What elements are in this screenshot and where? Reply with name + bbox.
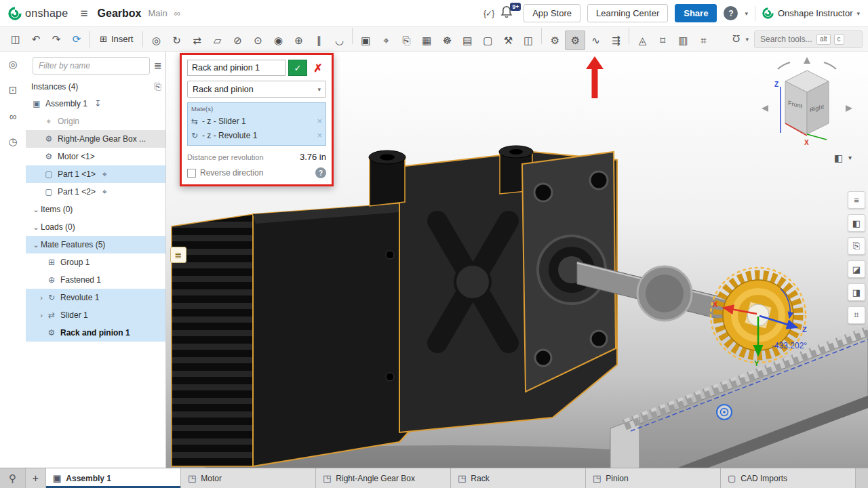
mates-selection-box[interactable]: Mate(s) ⇆ - z - Slider 1 × ↻ - z - Revol… bbox=[187, 102, 326, 146]
onshape-logo[interactable]: onshape bbox=[8, 7, 68, 20]
revolute-mate-icon[interactable]: ↻ bbox=[166, 30, 186, 50]
measure-icon[interactable]: ⌗ bbox=[848, 306, 865, 324]
document-menu-icon[interactable]: ≡ bbox=[81, 6, 88, 21]
tab-motor[interactable]: ◳Motor bbox=[181, 468, 316, 488]
exploded-view-icon[interactable]: ◬ bbox=[632, 30, 652, 50]
mate-item-revolute[interactable]: ↻ - z - Revolute 1 × bbox=[191, 128, 322, 142]
view-settings-icon[interactable]: ◧ bbox=[848, 214, 865, 232]
workspace-name[interactable]: Main bbox=[149, 8, 167, 18]
mate-connector-icon[interactable]: ⌖ bbox=[376, 30, 396, 50]
help-caret-icon[interactable]: ▾ bbox=[745, 10, 748, 17]
panels-icon[interactable]: ◫ bbox=[5, 29, 26, 49]
in-context-icon[interactable]: ▢ bbox=[477, 30, 498, 50]
tree-row-rack-and-pinion-1[interactable]: ⚙ Rack and pinion 1 bbox=[26, 324, 165, 342]
tab-rack[interactable]: ◳Rack bbox=[451, 468, 586, 488]
cancel-button[interactable]: ✗ bbox=[310, 60, 326, 76]
tangent-mate-icon[interactable]: ◡ bbox=[329, 30, 349, 50]
linked-documents-icon[interactable]: ∞ bbox=[4, 107, 22, 125]
remove-mate-icon[interactable]: × bbox=[317, 130, 322, 140]
orbit-left-arrow[interactable] bbox=[762, 105, 768, 112]
circular-pattern-icon[interactable]: ☸ bbox=[437, 30, 457, 50]
appearance-icon[interactable]: ◨ bbox=[848, 283, 865, 301]
motor-part[interactable] bbox=[172, 203, 414, 466]
orbit-up-arrow[interactable] bbox=[804, 57, 810, 64]
display-states-icon[interactable]: ◫ bbox=[518, 30, 538, 50]
rack-and-pinion-relation-icon[interactable]: ⚙ bbox=[565, 30, 585, 50]
tree-row-origin[interactable]: ⌖ Origin bbox=[26, 113, 165, 130]
snap-mode-icon[interactable]: Ω bbox=[732, 33, 740, 45]
gear-relation-icon[interactable]: ⚙ bbox=[545, 30, 565, 50]
tab-cad-imports[interactable]: ▢CAD Imports bbox=[721, 468, 856, 488]
tree-row-motor[interactable]: ⚙ Motor <1> bbox=[26, 148, 165, 165]
standard-content-icon[interactable]: ▤ bbox=[457, 30, 477, 50]
instances-section-header[interactable]: Instances (4) ⎘ bbox=[26, 79, 165, 95]
tree-row-assembly-1[interactable]: ▣ Assembly 1 ↧ bbox=[26, 95, 165, 113]
remove-mate-icon[interactable]: × bbox=[317, 116, 322, 126]
rack-part[interactable] bbox=[610, 327, 868, 468]
bom-icon[interactable]: ▥ bbox=[673, 30, 693, 50]
accept-button[interactable]: ✓ bbox=[288, 60, 307, 76]
search-tools-box[interactable]: alt c bbox=[754, 30, 863, 48]
cylindrical-mate-icon[interactable]: ⊘ bbox=[227, 30, 248, 50]
fastened-mate-icon[interactable]: ⊕ bbox=[288, 30, 309, 50]
section-view-icon[interactable]: ◪ bbox=[848, 260, 865, 278]
mate-item-slider[interactable]: ⇆ - z - Slider 1 × bbox=[191, 114, 322, 128]
versions-history-icon[interactable]: ◷ bbox=[4, 133, 22, 150]
mate-features-section-header[interactable]: ⌄ Mate Features (5) bbox=[26, 236, 165, 253]
tab-pinion[interactable]: ◳Pinion bbox=[586, 468, 721, 488]
copy-view-icon[interactable]: ⎘ bbox=[848, 237, 865, 255]
parallel-mate-icon[interactable]: ∥ bbox=[309, 30, 329, 50]
tree-row-part-1-1[interactable]: ▢ Part 1 <1> ⌖ bbox=[26, 165, 165, 183]
undo-icon[interactable]: ↶ bbox=[26, 29, 46, 49]
browser-panel-icon[interactable]: ≡ bbox=[848, 191, 865, 209]
mate-icon[interactable]: ◎ bbox=[146, 30, 166, 50]
comments-icon[interactable]: ⊡ bbox=[4, 81, 22, 99]
insert-button[interactable]: ⊞ Insert bbox=[93, 29, 140, 49]
loads-section-header[interactable]: ⌄ Loads (0) bbox=[26, 218, 165, 236]
insert-instances-icon[interactable]: ⎘ bbox=[155, 81, 161, 92]
tree-row-group-1[interactable]: ⊞ Group 1 bbox=[26, 253, 165, 271]
orbit-roll-right[interactable] bbox=[824, 62, 836, 69]
new-tab-button[interactable]: + bbox=[26, 468, 46, 488]
mate-name-input[interactable] bbox=[187, 60, 285, 76]
slider-mate-marker[interactable] bbox=[717, 405, 732, 420]
orbit-right-arrow[interactable] bbox=[846, 105, 852, 112]
share-button[interactable]: Share bbox=[675, 4, 717, 22]
dialog-help-icon[interactable]: ? bbox=[315, 167, 326, 178]
tree-row-part-1-2[interactable]: ▢ Part 1 <2> ⌖ bbox=[26, 183, 165, 201]
search-tools-input[interactable] bbox=[760, 35, 813, 44]
slider-mate-icon[interactable]: ⇄ bbox=[186, 30, 207, 50]
app-store-button[interactable]: App Store bbox=[524, 4, 580, 22]
items-section-header[interactable]: ⌄ Items (0) bbox=[26, 201, 165, 218]
replicate-icon[interactable]: ⎘ bbox=[396, 30, 416, 50]
tab-assembly-1[interactable]: ▣Assembly 1 bbox=[46, 468, 181, 488]
assembly-tree-flyout-icon[interactable]: ≣ bbox=[170, 247, 186, 263]
tab-right-angle-gear-box[interactable]: ◳Right-Angle Gear Box bbox=[316, 468, 451, 488]
linear-pattern-icon[interactable]: ▦ bbox=[416, 30, 437, 50]
view-cube-menu-caret-icon[interactable]: ▾ bbox=[848, 154, 852, 161]
interference-icon[interactable]: ⌗ bbox=[693, 30, 713, 50]
pin-slot-mate-icon[interactable]: ⊙ bbox=[248, 30, 268, 50]
account-menu[interactable]: Onshape Instructor ▾ bbox=[762, 7, 860, 19]
follow-collaborate-icon[interactable]: ◎ bbox=[4, 56, 22, 73]
help-icon[interactable]: ? bbox=[724, 6, 738, 20]
redo-icon[interactable]: ↷ bbox=[46, 29, 66, 49]
view-cube[interactable]: Front Right Z X ◧ ▾ bbox=[762, 57, 852, 163]
named-positions-icon[interactable]: ⌑ bbox=[652, 30, 673, 50]
configurations-icon[interactable]: ⚒ bbox=[498, 30, 518, 50]
filter-list-icon[interactable]: ≣ bbox=[154, 60, 162, 71]
ball-mate-icon[interactable]: ◉ bbox=[268, 30, 288, 50]
orbit-roll-left[interactable] bbox=[778, 62, 790, 69]
linear-relation-icon[interactable]: ⇶ bbox=[606, 30, 626, 50]
tree-row-revolute-1[interactable]: › ↻ Revolute 1 bbox=[26, 289, 165, 306]
tree-row-fastened-1[interactable]: ⊕ Fastened 1 bbox=[26, 271, 165, 289]
tree-row-slider-1[interactable]: › ⇄ Slider 1 bbox=[26, 306, 165, 324]
screw-relation-icon[interactable]: ∿ bbox=[585, 30, 606, 50]
learning-center-button[interactable]: Learning Center bbox=[587, 4, 668, 22]
distance-per-revolution-input[interactable] bbox=[283, 152, 326, 162]
view-cube-menu-icon[interactable]: ◧ bbox=[834, 152, 843, 163]
reverse-direction-checkbox[interactable] bbox=[187, 169, 196, 178]
group-icon[interactable]: ▣ bbox=[355, 30, 376, 50]
snap-mode-caret-icon[interactable]: ▾ bbox=[745, 36, 749, 43]
filter-by-name-input[interactable] bbox=[33, 57, 150, 75]
